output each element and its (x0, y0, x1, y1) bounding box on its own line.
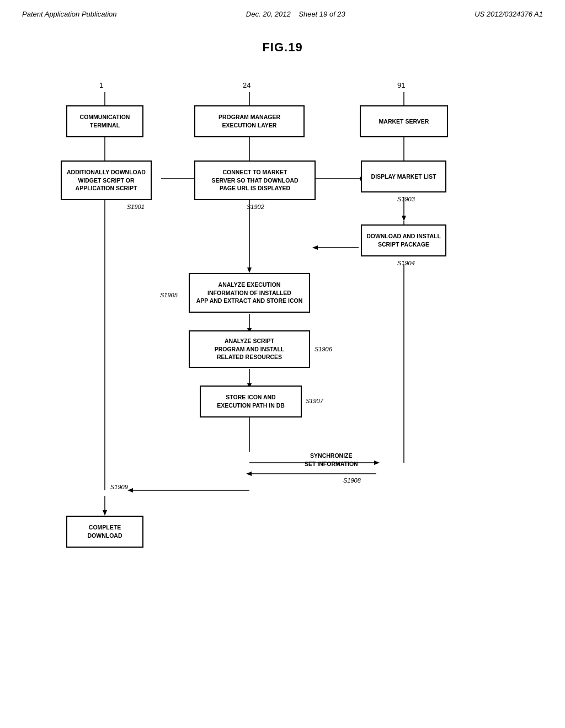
s1904-label: S1904 (397, 260, 415, 266)
diagram-svg (45, 77, 520, 573)
s1903-box: DISPLAY MARKET LIST (361, 160, 446, 192)
s1904-box: DOWNLOAD AND INSTALLSCRIPT PACKAGE (361, 224, 446, 256)
s1905-box: ANALYZE EXECUTIONINFORMATION OF INSTALLE… (189, 273, 310, 313)
header-left: Patent Application Publication (22, 10, 117, 18)
prog-manager-box: PROGRAM MANAGEREXECUTION LAYER (194, 105, 305, 137)
svg-marker-29 (127, 488, 133, 493)
s1908-label: S1908 (343, 477, 361, 484)
s1905-label: S1905 (160, 292, 178, 298)
s1906-box: ANALYZE SCRIPTPROGRAM AND INSTALLRELATED… (189, 330, 310, 368)
num-1: 1 (99, 81, 103, 89)
header-center: Dec. 20, 2012 Sheet 19 of 23 (246, 10, 345, 18)
s1902-box: CONNECT TO MARKETSERVER SO THAT DOWNLOAD… (194, 160, 316, 200)
complete-download-box: COMPLETEDOWNLOAD (66, 516, 143, 548)
svg-marker-23 (374, 461, 380, 465)
page-header: Patent Application Publication Dec. 20, … (0, 0, 565, 24)
svg-marker-14 (247, 267, 252, 273)
svg-marker-31 (103, 510, 107, 516)
s1908-text: SYNCHRONIZESET INFORMATION (305, 452, 358, 468)
diagram: 1 24 91 COMMUNICATIONTERMINAL PROGRAM MA… (45, 77, 520, 573)
s1903-label: S1903 (397, 196, 415, 202)
svg-marker-16 (312, 245, 318, 250)
s1907-box: STORE ICON ANDEXECUTION PATH IN DB (200, 386, 302, 417)
s1907-label: S1907 (306, 398, 323, 404)
s1901-box: ADDITIONALLY DOWNLOADWIDGET SCRIPT ORAPP… (61, 160, 152, 200)
market-server-box: MARKET SERVER (360, 105, 448, 137)
s1902-label: S1902 (247, 204, 264, 210)
svg-marker-11 (402, 216, 406, 221)
num-91: 91 (397, 81, 405, 89)
s1909-label: S1909 (110, 484, 128, 490)
header-right: US 2012/0324376 A1 (475, 10, 543, 18)
comm-terminal-box: COMMUNICATIONTERMINAL (66, 105, 143, 137)
s1906-label: S1906 (315, 346, 332, 352)
num-24: 24 (243, 81, 250, 89)
figure-title: FIG.19 (0, 40, 565, 55)
svg-marker-25 (246, 472, 252, 476)
s1901-label: S1901 (127, 204, 145, 210)
